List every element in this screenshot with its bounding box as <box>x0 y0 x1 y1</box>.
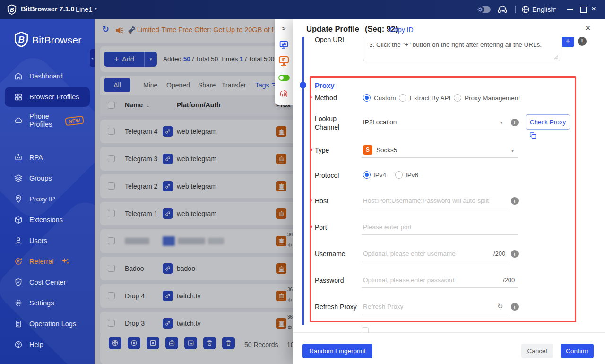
sidebar-item-phone-profiles[interactable]: Phone Profiles NEW <box>0 108 95 133</box>
lookup-caret-icon[interactable]: ▾ <box>500 120 502 125</box>
socks5-badge-icon: S <box>363 145 372 155</box>
sidebar-item-cost-center[interactable]: Cost Center <box>0 272 95 293</box>
cloud-icon <box>14 116 23 125</box>
cancel-button[interactable]: Cancel <box>521 344 553 358</box>
sidebar-item-dashboard[interactable]: Dashboard <box>0 66 95 87</box>
username-input[interactable]: Optional, please enter username <box>363 250 456 257</box>
sidebar-item-label: Browser Profiles <box>29 93 79 101</box>
preference-toggle-icon[interactable] <box>275 72 293 83</box>
port-underline <box>362 234 518 235</box>
port-input[interactable]: Please enter port <box>363 224 412 231</box>
sidebar-item-extensions[interactable]: Extensions <box>0 209 95 230</box>
proxy-ip-icon[interactable]: IP <box>275 55 293 67</box>
sidebar-item-operation-logs[interactable]: Operation Logs <box>0 313 95 334</box>
lookup-channel-select[interactable]: IP2Location <box>363 119 397 126</box>
profile-settings-icon[interactable] <box>275 39 293 50</box>
protocol-ipv6-label[interactable]: IPv6 <box>406 172 418 179</box>
support-headset-icon[interactable] <box>497 4 508 15</box>
refresh-underline <box>362 314 509 314</box>
drawer-close-icon[interactable]: × <box>585 23 591 34</box>
drawer-section-quickbar: > IP <box>275 19 293 105</box>
divider <box>515 6 516 13</box>
sidebar: B BitBrowser ◂ Browser Profiles Dashboar… <box>0 19 95 364</box>
lookup-underline <box>362 129 509 129</box>
window-close-button[interactable]: × <box>591 4 596 14</box>
host-underline <box>362 208 509 208</box>
random-fingerprint-button[interactable]: Random Fingerprint <box>302 344 372 358</box>
language-caret-icon: ▾ <box>554 6 556 11</box>
gear-icon <box>14 299 23 307</box>
window-maximize-button[interactable] <box>580 7 587 13</box>
refresh-proxy-icon[interactable]: ↻ <box>497 302 503 311</box>
method-proxy-management-radio[interactable] <box>454 94 461 102</box>
line-caret-icon: ▾ <box>95 6 97 11</box>
lookup-info-icon[interactable]: i <box>511 119 519 126</box>
bitbrowser-shield-logo: B <box>13 31 29 47</box>
sidebar-item-browser-profiles[interactable]: Browser Profiles <box>5 87 90 107</box>
required-mark: * <box>310 198 312 205</box>
form-timeline <box>302 35 304 325</box>
protocol-ipv4-radio[interactable] <box>363 171 371 179</box>
sidebar-item-label: Dashboard <box>29 72 63 80</box>
sidebar-item-groups[interactable]: Groups <box>0 168 95 189</box>
drawer-collapse-chevron[interactable]: > <box>275 23 293 34</box>
cube-icon <box>14 216 23 224</box>
lookup-channel-label-1: Lookup <box>315 115 337 122</box>
sidebar-item-label: Proxy IP <box>29 195 55 203</box>
required-mark: * <box>310 147 312 155</box>
lookup-channel-label-2: Channel <box>315 123 339 131</box>
sidebar-item-label: Referral <box>29 258 54 266</box>
confirm-button[interactable]: Confirm <box>561 344 594 358</box>
password-input[interactable]: Optional, please enter password <box>363 277 455 284</box>
location-pin-icon <box>14 195 23 203</box>
sidebar-item-settings[interactable]: Settings <box>0 293 95 313</box>
required-mark: * <box>310 224 312 232</box>
sidebar-item-rpa[interactable]: RPA <box>0 147 95 168</box>
line-selector[interactable]: Line1 <box>76 6 92 13</box>
proxy-section-heading: Proxy <box>315 81 335 89</box>
sparkles-icon <box>60 256 71 267</box>
username-underline <box>362 261 509 261</box>
type-label: Type <box>315 147 329 154</box>
sun-icon[interactable] <box>475 5 485 14</box>
host-label: Host <box>315 197 328 205</box>
drawer-header: Update Profile (Seq: 92) Copy ID × <box>293 19 605 37</box>
protocol-ipv4-label[interactable]: IPv4 <box>373 172 386 179</box>
method-extract-api-radio[interactable] <box>399 94 406 102</box>
copy-proxy-icon[interactable] <box>529 132 537 139</box>
fingerprint-icon[interactable] <box>275 88 293 99</box>
protocol-ipv6-radio[interactable] <box>395 171 403 179</box>
sidebar-collapse-handle[interactable]: ◂ <box>90 49 95 67</box>
sidebar-item-label: Settings <box>29 299 54 307</box>
type-caret-icon[interactable]: ▾ <box>511 148 514 153</box>
method-custom-radio[interactable] <box>363 94 371 102</box>
refresh-info-icon[interactable]: i <box>511 303 519 311</box>
copy-id-link[interactable]: Copy ID <box>389 26 414 34</box>
sidebar-item-label: Groups <box>29 174 52 182</box>
host-info-icon[interactable]: i <box>511 197 519 205</box>
method-custom-label[interactable]: Custom <box>374 95 396 102</box>
host-input[interactable]: Host:Port:Username:Password will auto-sp… <box>363 197 489 204</box>
sidebar-item-label: Operation Logs <box>29 320 76 328</box>
required-mark: * <box>310 95 312 102</box>
sidebar-item-help[interactable]: Help <box>0 334 95 355</box>
language-selector[interactable]: English <box>532 6 555 13</box>
robot-icon <box>14 153 23 162</box>
layers-icon <box>14 174 23 182</box>
refresh-proxy-input[interactable]: Refresh Proxy <box>363 303 404 310</box>
sidebar-item-proxy-ip[interactable]: Proxy IP <box>0 189 95 209</box>
logs-icon <box>14 320 23 328</box>
method-extract-api-label[interactable]: Extract By API <box>410 95 450 102</box>
open-url-alert-icon[interactable]: ! <box>578 37 587 46</box>
method-proxy-management-label[interactable]: Proxy Management <box>465 95 520 102</box>
check-proxy-button[interactable]: Check Proxy <box>526 114 570 130</box>
username-counter: /200 <box>493 250 505 257</box>
window-minimize-button[interactable] <box>567 9 573 10</box>
resize-handle-icon[interactable] <box>553 55 558 60</box>
sidebar-item-referral[interactable]: Referral <box>0 251 95 272</box>
type-select[interactable]: Socks5 <box>376 147 397 154</box>
method-label: Method <box>315 94 337 102</box>
sidebar-item-label: Cost Center <box>29 278 66 286</box>
sidebar-item-users[interactable]: Users <box>0 230 95 251</box>
username-info-icon[interactable]: i <box>511 250 519 258</box>
